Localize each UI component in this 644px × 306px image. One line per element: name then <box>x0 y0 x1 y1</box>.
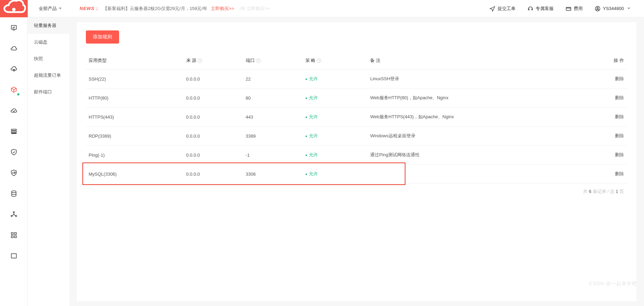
news-buy-link[interactable]: 立即购买>> <box>211 6 234 12</box>
col-source: 来 源? <box>184 52 243 69</box>
rail-cloud-check-icon[interactable] <box>0 100 28 121</box>
rail-cube-icon[interactable] <box>0 80 28 100</box>
cell-port: 443 <box>243 108 303 127</box>
cell-op: 删除 <box>595 127 627 146</box>
cell-source: 0.0.0.0 <box>184 165 243 184</box>
cell-op: 删除 <box>595 69 627 89</box>
svg-rect-11 <box>14 233 16 235</box>
user-dropdown[interactable]: YS344800 <box>594 6 630 12</box>
cell-op: 删除 <box>595 108 627 127</box>
rules-table: 应用类型 来 源? 端口? 策 略? 备 注 操 作 SSH(22)0.0.0.… <box>86 52 627 184</box>
rail-dashboard-icon[interactable] <box>0 17 28 38</box>
headset-icon <box>527 6 534 12</box>
cell-port: -1 <box>243 146 303 165</box>
svg-point-7 <box>13 212 15 213</box>
rail-stack-icon[interactable] <box>0 121 28 142</box>
news-banner[interactable]: NEWS： 【新客福利】云服务器2核2G仅需29元/月，159元/年 立即购买>… <box>80 6 270 12</box>
rail-shield-icon[interactable] <box>0 142 28 163</box>
help-icon[interactable]: ? <box>256 58 261 63</box>
cell-policy: ●允许 <box>303 89 368 108</box>
cell-op: 删除 <box>595 146 627 165</box>
submit-ticket-button[interactable]: 提交工单 <box>489 6 516 12</box>
user-icon <box>594 6 601 12</box>
help-icon[interactable]: ? <box>317 58 321 63</box>
cell-source: 0.0.0.0 <box>184 146 243 165</box>
rail-grid-icon[interactable] <box>0 225 28 245</box>
svg-rect-4 <box>11 131 16 132</box>
svg-rect-14 <box>11 254 16 258</box>
table-row: Ping(-1)0.0.0.0-1●允许通过Ping测试网络连通性删除 <box>86 146 627 165</box>
col-op: 操 作 <box>595 52 627 69</box>
pagination: 共 6 条记录 / 总 1 页 <box>86 184 627 195</box>
help-icon[interactable]: ? <box>198 58 202 63</box>
col-port: 端口? <box>243 52 303 69</box>
news-text: 【新客福利】云服务器2核2G仅需29元/月，159元/年 <box>103 6 207 12</box>
chevron-down-icon <box>627 8 630 9</box>
sidebar-item-cloud-disk[interactable]: 云磁盘 <box>28 34 69 50</box>
chevron-down-icon <box>59 8 62 9</box>
svg-point-6 <box>11 191 16 193</box>
cell-source: 0.0.0.0 <box>184 127 243 146</box>
col-policy: 策 略? <box>303 52 368 69</box>
cell-remark: LinuxSSH登录 <box>367 69 595 89</box>
svg-rect-1 <box>11 26 16 29</box>
content-panel: 添加规则 应用类型 来 源? 端口? 策 略? 备 注 操 作 <box>77 22 636 301</box>
svg-rect-3 <box>11 129 16 131</box>
rail-cloud-lock-icon[interactable] <box>0 59 28 80</box>
cell-remark: 通过Ping测试网络连通性 <box>367 146 595 165</box>
delete-link[interactable]: 删除 <box>615 152 624 157</box>
svg-rect-15 <box>566 7 571 10</box>
sidebar-item-overage[interactable]: 超额流量订单 <box>28 67 69 84</box>
cell-type: RDP(3389) <box>86 127 184 146</box>
cell-source: 0.0.0.0 <box>184 89 243 108</box>
add-rule-button[interactable]: 添加规则 <box>86 30 119 44</box>
all-products-dropdown[interactable]: 全部产品 <box>35 6 66 12</box>
cell-policy: ●允许 <box>303 146 368 165</box>
sidebar-item-snapshot[interactable]: 快照 <box>28 50 69 67</box>
cell-type: HTTP(80) <box>86 89 184 108</box>
sidebar: 轻量服务器 云磁盘 快照 超额流量订单 邮件端口 <box>28 17 69 306</box>
cell-remark <box>367 165 595 184</box>
delete-link[interactable]: 删除 <box>615 95 624 100</box>
svg-rect-10 <box>11 233 13 235</box>
rail-cloud-icon[interactable] <box>0 38 28 59</box>
svg-point-17 <box>597 7 599 9</box>
rail-ip-icon[interactable] <box>0 163 28 183</box>
delete-link[interactable]: 删除 <box>615 171 624 176</box>
cell-type: HTTPS(443) <box>86 108 184 127</box>
svg-rect-12 <box>11 236 13 238</box>
cell-policy: ●允许 <box>303 165 368 184</box>
cell-source: 0.0.0.0 <box>184 108 243 127</box>
svg-point-8 <box>11 215 12 217</box>
logo[interactable] <box>0 0 28 17</box>
cell-op: 删除 <box>595 165 627 184</box>
delete-link[interactable]: 删除 <box>615 114 624 119</box>
cell-port: 22 <box>243 69 303 89</box>
rail-database-icon[interactable] <box>0 183 28 204</box>
cell-op: 删除 <box>595 89 627 108</box>
send-icon <box>489 6 495 12</box>
support-button[interactable]: 专属客服 <box>527 6 554 12</box>
sidebar-item-light-server[interactable]: 轻量服务器 <box>28 17 69 34</box>
cell-port: 3389 <box>243 127 303 146</box>
delete-link[interactable]: 删除 <box>615 133 624 138</box>
col-app-type: 应用类型 <box>86 52 184 69</box>
news-label: NEWS： <box>80 6 99 12</box>
cell-port: 80 <box>243 89 303 108</box>
rail-branch-icon[interactable] <box>0 204 28 225</box>
cell-type: MySQL(3306) <box>86 165 184 184</box>
svg-point-9 <box>15 215 17 217</box>
sidebar-item-mail-port[interactable]: 邮件端口 <box>28 84 69 100</box>
wallet-icon <box>565 6 572 12</box>
svg-rect-13 <box>14 236 16 238</box>
rail-more-icon[interactable] <box>0 245 28 266</box>
cell-type: Ping(-1) <box>86 146 184 165</box>
cell-source: 0.0.0.0 <box>184 69 243 89</box>
billing-button[interactable]: 费用 <box>565 6 583 12</box>
all-products-label: 全部产品 <box>39 6 57 12</box>
cell-type: SSH(22) <box>86 69 184 89</box>
cell-policy: ●允许 <box>303 127 368 146</box>
cell-port: 3306 <box>243 165 303 184</box>
delete-link[interactable]: 删除 <box>615 76 624 81</box>
cell-remark: Web服务HTTP(80)，如Apache、Nginx <box>367 89 595 108</box>
